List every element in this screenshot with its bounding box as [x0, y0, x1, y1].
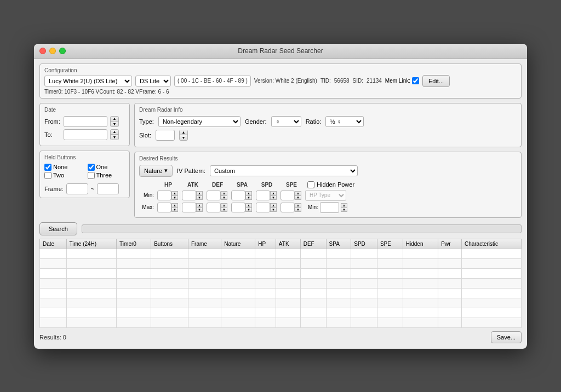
- def-min-input[interactable]: 0: [207, 191, 221, 200]
- spe-min-stepper: ▲ ▼: [295, 191, 301, 200]
- from-date-down[interactable]: ▼: [111, 122, 118, 126]
- maximize-button[interactable]: [59, 48, 66, 54]
- slot-up[interactable]: ▲: [180, 130, 187, 135]
- traffic-lights: [39, 48, 66, 54]
- atk-min-cell: 0 ▲ ▼: [182, 191, 205, 200]
- nature-dropdown[interactable]: Nature ▾: [139, 165, 173, 177]
- spd-min-stepper: ▲ ▼: [270, 191, 277, 200]
- spe-max-up[interactable]: ▲: [295, 203, 301, 207]
- gender-label: Gender:: [245, 118, 267, 125]
- ratio-label: Ratio:: [306, 118, 322, 125]
- spa-min-down[interactable]: ▼: [245, 195, 252, 200]
- atk-max-input[interactable]: 31: [182, 203, 196, 212]
- ratio-select[interactable]: ½ ♀: [325, 116, 364, 127]
- iv-pattern-select[interactable]: Custom: [210, 165, 358, 176]
- def-max-up[interactable]: ▲: [221, 203, 227, 207]
- col-date: Date: [40, 239, 67, 249]
- two-checkbox-label[interactable]: Two: [44, 172, 82, 179]
- timer0-row: Timer0: 10F3 - 10F6 VCount: 82 - 82 VFra…: [44, 89, 169, 95]
- frame-row: Frame: 4 ~ 35: [44, 183, 125, 194]
- spa-max-down[interactable]: ▼: [245, 207, 252, 212]
- to-date-input[interactable]: 4/14/2013: [64, 129, 107, 140]
- type-select[interactable]: Non-legendary: [158, 116, 241, 127]
- two-checkbox[interactable]: [44, 172, 51, 179]
- close-button[interactable]: [39, 48, 46, 54]
- col-pwr: Pwr: [438, 239, 462, 249]
- from-date-up[interactable]: ▲: [111, 117, 118, 122]
- edit-button[interactable]: Edit...: [422, 75, 450, 87]
- to-date-down[interactable]: ▼: [111, 135, 118, 140]
- spd-min-up[interactable]: ▲: [270, 191, 277, 195]
- nature-chevron-icon: ▾: [164, 167, 168, 174]
- hp-type-select[interactable]: HP Type: [305, 190, 346, 201]
- frame-tilde: ~: [91, 186, 94, 192]
- hp-max-input[interactable]: 31: [157, 203, 171, 212]
- window-body: Configuration Lucy White 2(U) (DS Lite) …: [34, 59, 527, 349]
- col-spe: SPE: [377, 239, 403, 249]
- def-max-input[interactable]: 31: [207, 203, 221, 212]
- spe-min-up[interactable]: ▲: [295, 191, 301, 195]
- none-checkbox[interactable]: [44, 164, 51, 171]
- atk-max-down[interactable]: ▼: [196, 207, 203, 212]
- frame-from-input[interactable]: 4: [66, 183, 88, 194]
- spd-min-input[interactable]: 0: [256, 191, 270, 200]
- search-button[interactable]: Search: [39, 222, 77, 235]
- save-button[interactable]: Save...: [491, 331, 522, 343]
- one-checkbox-label[interactable]: One: [88, 164, 125, 171]
- mem-link-checkbox[interactable]: [412, 77, 419, 84]
- spd-max-input[interactable]: 31: [256, 203, 270, 212]
- spd-min-down[interactable]: ▼: [270, 195, 277, 200]
- spa-max-input[interactable]: 31: [231, 203, 245, 212]
- spe-min-down[interactable]: ▼: [295, 195, 301, 200]
- slot-input[interactable]: 1: [156, 130, 175, 141]
- atk-min-down[interactable]: ▼: [196, 195, 203, 200]
- window-title: Dream Radar Seed Searcher: [238, 47, 323, 55]
- atk-min-up[interactable]: ▲: [196, 191, 203, 195]
- hp-max-up[interactable]: ▲: [171, 203, 178, 207]
- config-row-1: Lucy White 2(U) (DS Lite) DS Lite ( 00 -…: [44, 75, 517, 87]
- hidden-power-checkbox[interactable]: [307, 181, 314, 188]
- main-panels: Date From: 4/14/2013 ▲ ▼ To: 4/14/2013: [39, 103, 522, 218]
- none-checkbox-label[interactable]: None: [44, 164, 82, 171]
- spd-max-cell: 31 ▲ ▼: [256, 203, 279, 212]
- minimize-button[interactable]: [49, 48, 56, 54]
- frame-to-input[interactable]: 35: [97, 183, 119, 194]
- three-checkbox[interactable]: [88, 172, 95, 179]
- spa-max-up[interactable]: ▲: [245, 203, 252, 207]
- spa-min-up[interactable]: ▲: [245, 191, 252, 195]
- spe-max-input[interactable]: 31: [280, 203, 295, 212]
- gender-select[interactable]: ♀: [271, 116, 301, 127]
- ds-type-select[interactable]: DS Lite: [135, 76, 171, 87]
- hp-min-val-up[interactable]: ▲: [341, 203, 347, 207]
- table-header: Date Time (24H) Timer0 Buttons Frame Nat…: [40, 239, 522, 249]
- hp-min-val-down[interactable]: ▼: [341, 207, 347, 212]
- iv-header: HP ATK DEF SPA SPD SPE Hidden Power: [139, 181, 517, 188]
- spd-max-down[interactable]: ▼: [270, 207, 277, 212]
- one-checkbox[interactable]: [88, 164, 95, 171]
- to-date-up[interactable]: ▲: [111, 130, 118, 135]
- col-spa: SPA: [326, 239, 351, 249]
- three-checkbox-label[interactable]: Three: [88, 172, 125, 179]
- spe-max-down[interactable]: ▼: [295, 207, 301, 212]
- def-max-down[interactable]: ▼: [221, 207, 227, 212]
- atk-min-input[interactable]: 0: [182, 191, 196, 200]
- spa-min-input[interactable]: 0: [231, 191, 245, 200]
- hp-min-value-input[interactable]: 70: [320, 202, 339, 213]
- table-body: [40, 249, 522, 327]
- slot-down[interactable]: ▼: [180, 135, 187, 140]
- from-date-stepper: ▲ ▼: [110, 116, 119, 127]
- spd-max-up[interactable]: ▲: [270, 203, 277, 207]
- hp-min-input[interactable]: 0: [157, 191, 171, 200]
- hp-max-down[interactable]: ▼: [171, 207, 178, 212]
- hp-min-down[interactable]: ▼: [171, 195, 178, 200]
- profile-select[interactable]: Lucy White 2(U) (DS Lite): [44, 76, 132, 87]
- hp-min-up[interactable]: ▲: [171, 191, 178, 195]
- atk-max-up[interactable]: ▲: [196, 203, 203, 207]
- def-min-up[interactable]: ▲: [221, 191, 227, 195]
- table-row: [40, 288, 522, 298]
- def-min-down[interactable]: ▼: [221, 195, 227, 200]
- from-date-input[interactable]: 4/14/2013: [64, 116, 107, 127]
- spa-min-stepper: ▲ ▼: [245, 191, 252, 200]
- spe-min-input[interactable]: 0: [280, 191, 295, 200]
- spa-max-stepper: ▲ ▼: [245, 203, 252, 212]
